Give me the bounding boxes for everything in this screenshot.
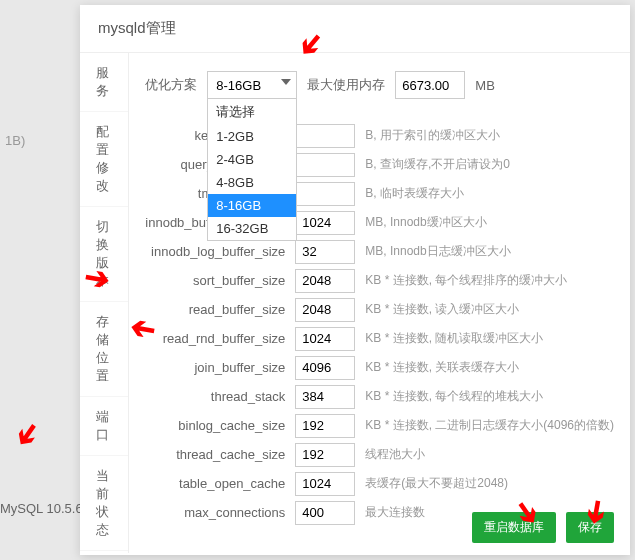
row-input-read_buffer_size[interactable] [295,298,355,322]
form-row: sort_buffer_sizeKB * 连接数, 每个线程排序的缓冲大小 [145,266,614,295]
max-mem-input[interactable] [395,71,465,99]
save-button[interactable]: 保存 [566,512,614,543]
row-input-join_buffer_size[interactable] [295,356,355,380]
row-desc: B, 查询缓存,不开启请设为0 [365,156,510,173]
row-desc: KB * 连接数, 读入缓冲区大小 [365,301,519,318]
row-desc: 线程池大小 [365,446,425,463]
row-label: binlog_cache_size [145,418,295,433]
dropdown-option[interactable]: 16-32GB [208,217,296,240]
max-mem-unit: MB [475,78,495,93]
row-input-read_rnd_buffer_size[interactable] [295,327,355,351]
sidebar-item-storage[interactable]: 存储位置 [80,302,128,397]
row-label: join_buffer_size [145,360,295,375]
plan-select[interactable]: 8-16GB 请选择 1-2GB 2-4GB 4-8GB 8-16GB 16-3… [207,71,297,99]
row-input-binlog_cache_size[interactable] [295,414,355,438]
form-row: read_rnd_buffer_sizeKB * 连接数, 随机读取缓冲区大小 [145,324,614,353]
row-desc: KB * 连接数, 每个线程排序的缓冲大小 [365,272,567,289]
chevron-down-icon [281,79,291,85]
sidebar: 服务 配置修改 切换版本 存储位置 端口 当前状态 性能调整 日志 慢日志 [80,53,129,553]
dropdown-option[interactable]: 请选择 [208,99,296,125]
mysqld-modal: mysqld管理 服务 配置修改 切换版本 存储位置 端口 当前状态 性能调整 … [80,5,630,555]
sidebar-item-performance[interactable]: 性能调整 [80,551,128,560]
row-desc: MB, Innodb日志缓冲区大小 [365,243,510,260]
row-input-innodb_log_buffer_size[interactable] [295,240,355,264]
form-row: table_open_cache表缓存(最大不要超过2048) [145,469,614,498]
row-label: thread_stack [145,389,295,404]
row-input-sort_buffer_size[interactable] [295,269,355,293]
sidebar-item-version[interactable]: 切换版本 [80,207,128,302]
form-row: binlog_cache_sizeKB * 连接数, 二进制日志缓存大小(409… [145,411,614,440]
content-panel: 优化方案 8-16GB 请选择 1-2GB 2-4GB 4-8GB 8-16GB… [129,53,630,553]
row-desc: KB * 连接数, 关联表缓存大小 [365,359,519,376]
row-desc: KB * 连接数, 随机读取缓冲区大小 [365,330,543,347]
row-input-thread_stack[interactable] [295,385,355,409]
dropdown-option[interactable]: 1-2GB [208,125,296,148]
sidebar-item-config[interactable]: 配置修改 [80,112,128,207]
row-label: thread_cache_size [145,447,295,462]
row-desc: 最大连接数 [365,504,425,521]
bg-mb-text: 1B) [5,133,25,148]
sidebar-item-port[interactable]: 端口 [80,397,128,456]
row-input-tmp_table_size[interactable] [295,182,355,206]
row-desc: KB * 连接数, 二进制日志缓存大小(4096的倍数) [365,417,614,434]
row-label: read_buffer_size [145,302,295,317]
plan-selected-value: 8-16GB [216,78,261,93]
row-desc: B, 临时表缓存大小 [365,185,464,202]
row-input-thread_cache_size[interactable] [295,443,355,467]
form-row: join_buffer_sizeKB * 连接数, 关联表缓存大小 [145,353,614,382]
row-input-query_cache_size[interactable] [295,153,355,177]
max-mem-label: 最大使用内存 [307,76,385,94]
row-label: table_open_cache [145,476,295,491]
form-row: read_buffer_sizeKB * 连接数, 读入缓冲区大小 [145,295,614,324]
dropdown-option[interactable]: 4-8GB [208,171,296,194]
row-desc: B, 用于索引的缓冲区大小 [365,127,500,144]
row-input-table_open_cache[interactable] [295,472,355,496]
dropdown-option[interactable]: 8-16GB [208,194,296,217]
plan-label: 优化方案 [145,76,197,94]
sidebar-item-service[interactable]: 服务 [80,53,128,112]
row-label: sort_buffer_size [145,273,295,288]
row-desc: KB * 连接数, 每个线程的堆栈大小 [365,388,543,405]
plan-dropdown: 请选择 1-2GB 2-4GB 4-8GB 8-16GB 16-32GB [207,98,297,241]
form-row: innodb_log_buffer_sizeMB, Innodb日志缓冲区大小 [145,237,614,266]
row-input-key_buffer_size[interactable] [295,124,355,148]
sidebar-item-status[interactable]: 当前状态 [80,456,128,551]
modal-title: mysqld管理 [80,5,630,53]
row-label: read_rnd_buffer_size [145,331,295,346]
dropdown-option[interactable]: 2-4GB [208,148,296,171]
row-input-innodb_buffer_pool_size[interactable] [295,211,355,235]
row-desc: MB, Innodb缓冲区大小 [365,214,486,231]
mysql-version: MySQL 10.5.6- [0,501,87,516]
restart-button[interactable]: 重启数据库 [472,512,556,543]
row-input-max_connections[interactable] [295,501,355,525]
form-row: thread_cache_size线程池大小 [145,440,614,469]
row-desc: 表缓存(最大不要超过2048) [365,475,508,492]
row-label: max_connections [145,505,295,520]
form-row: thread_stackKB * 连接数, 每个线程的堆栈大小 [145,382,614,411]
row-label: innodb_log_buffer_size [145,244,295,259]
